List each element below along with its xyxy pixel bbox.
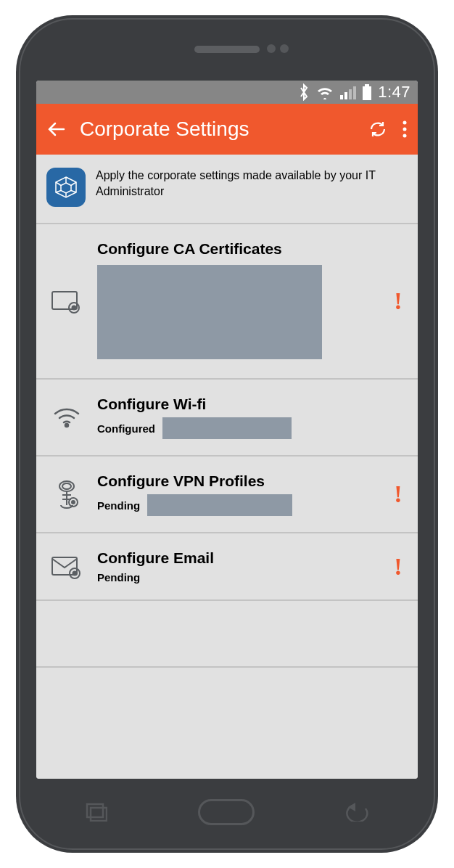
svg-point-7: [403, 128, 407, 131]
item-email[interactable]: Configure Email Pending !: [36, 533, 418, 601]
svg-point-17: [72, 501, 75, 504]
svg-rect-22: [91, 808, 107, 821]
svg-rect-2: [349, 89, 352, 99]
screen: 1:47 Corporate Settings: [36, 81, 418, 779]
item-status: Configured: [97, 422, 155, 435]
status-bar: 1:47: [36, 81, 418, 104]
alert-icon: !: [394, 480, 402, 507]
item-wifi[interactable]: Configure Wi-fi Configured: [36, 380, 418, 456]
refresh-icon[interactable]: [367, 118, 389, 140]
svg-rect-5: [363, 86, 371, 100]
item-ca-certificates[interactable]: Configure CA Certificates !: [36, 224, 418, 380]
sensors: [267, 44, 289, 53]
item-title: Configure CA Certificates: [97, 240, 379, 258]
intro-row: Apply the corporate settings made availa…: [36, 155, 418, 224]
svg-rect-21: [87, 804, 103, 817]
page-title: Corporate Settings: [80, 118, 354, 141]
signal-icon: [340, 85, 356, 99]
back-icon[interactable]: [46, 119, 67, 139]
item-title: Configure VPN Profiles: [97, 472, 379, 490]
divider: [36, 666, 418, 668]
svg-point-6: [403, 121, 407, 125]
certificate-icon: [51, 289, 83, 314]
svg-point-13: [73, 306, 76, 310]
device-back-icon[interactable]: [345, 803, 368, 822]
item-vpn[interactable]: Configure VPN Profiles Pending !: [36, 456, 418, 533]
settings-list: Configure CA Certificates !: [36, 224, 418, 779]
device-nav-bar: [20, 796, 434, 828]
phone-frame: 1:47 Corporate Settings: [16, 15, 438, 853]
battery-icon: [362, 84, 372, 100]
app-logo-icon: [46, 168, 86, 207]
app-bar: Corporate Settings: [36, 104, 418, 155]
redacted-block: [97, 265, 322, 359]
svg-marker-10: [61, 183, 71, 193]
svg-rect-4: [365, 84, 369, 86]
item-status: Pending: [97, 571, 140, 584]
recent-apps-icon[interactable]: [86, 803, 107, 822]
svg-rect-3: [353, 86, 356, 99]
svg-point-8: [403, 134, 407, 138]
overflow-menu-icon[interactable]: [402, 119, 408, 139]
alert-icon: !: [394, 287, 402, 314]
item-title: Configure Wi-fi: [97, 396, 379, 413]
redacted-block: [147, 494, 292, 516]
vpn-icon: [55, 479, 78, 509]
intro-text: Apply the corporate settings made availa…: [96, 168, 408, 207]
svg-rect-1: [344, 92, 347, 99]
redacted-block: [162, 417, 292, 439]
clock: 1:47: [378, 83, 410, 102]
alert-icon: !: [394, 553, 402, 580]
bluetooth-icon: [298, 83, 310, 101]
item-title: Configure Email: [97, 549, 379, 567]
item-status: Pending: [97, 499, 140, 512]
svg-point-14: [65, 424, 68, 427]
speaker: [194, 46, 260, 53]
svg-rect-0: [340, 95, 343, 99]
home-button[interactable]: [198, 799, 255, 825]
wifi-icon: [315, 85, 334, 99]
wifi-icon: [52, 406, 81, 428]
email-icon: [51, 554, 83, 579]
svg-point-20: [73, 571, 77, 575]
